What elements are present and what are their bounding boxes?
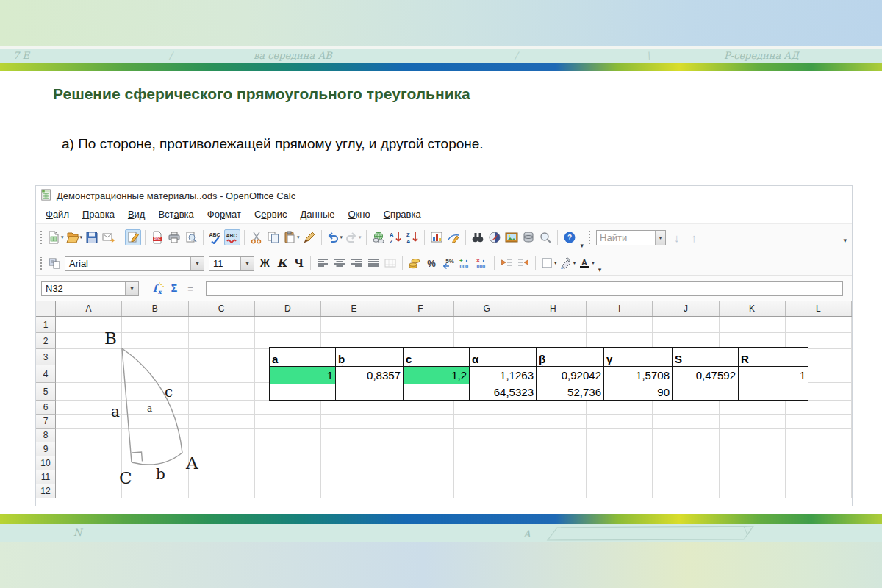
table-value-cell[interactable]: 1,2	[404, 367, 470, 384]
grid-cell-H9[interactable]	[520, 442, 587, 456]
grid-cell-K10[interactable]	[720, 456, 786, 470]
grid-cell-D11[interactable]	[255, 470, 321, 484]
menu-item-Справка[interactable]: Справка	[377, 207, 428, 221]
navigator-icon[interactable]	[487, 229, 503, 245]
grid-cell-E10[interactable]	[321, 456, 387, 470]
grid-cell-G12[interactable]	[454, 484, 520, 498]
decrease-indent-icon[interactable]	[498, 255, 514, 271]
table-value-cell[interactable]: 1	[270, 367, 336, 384]
function-wizard-icon[interactable]: fx	[150, 280, 166, 296]
table-value-cell[interactable]	[673, 384, 739, 401]
grid-cell-H10[interactable]	[520, 456, 587, 470]
row-header-12[interactable]: 12	[36, 484, 56, 498]
grid-cell-I10[interactable]	[587, 456, 653, 470]
grid-cell-E9[interactable]	[321, 442, 387, 456]
paintbrush-icon[interactable]	[301, 229, 318, 245]
table-header-c[interactable]: c	[404, 348, 470, 367]
grid-cell-D6[interactable]	[255, 401, 321, 415]
cut-icon[interactable]	[248, 229, 265, 245]
grid-cell-F7[interactable]	[387, 415, 453, 429]
find-previous-icon[interactable]: ↑	[686, 232, 703, 244]
table-header-β[interactable]: β	[537, 348, 604, 367]
grid-cell-I11[interactable]	[587, 470, 653, 484]
grid-cell-F12[interactable]	[387, 484, 453, 498]
grid-cell-K11[interactable]	[720, 470, 786, 484]
toolbar-grip[interactable]	[40, 256, 43, 270]
draw-functions-icon[interactable]	[445, 229, 462, 245]
grid-cell-K1[interactable]	[720, 317, 786, 333]
sort-ascending-icon[interactable]: AZ	[387, 229, 404, 245]
table-header-α[interactable]: α	[470, 348, 537, 367]
edit-file-icon[interactable]	[125, 229, 141, 245]
row-header-7[interactable]: 7	[36, 415, 56, 429]
column-header-I[interactable]: I	[587, 301, 653, 316]
grid-cell-J9[interactable]	[653, 442, 719, 456]
email-icon[interactable]	[101, 229, 117, 245]
page-preview-icon[interactable]	[183, 229, 199, 245]
table-value-cell[interactable]: 1,5708	[604, 367, 673, 384]
table-header-S[interactable]: S	[673, 348, 739, 367]
grid-cell-L10[interactable]	[786, 456, 852, 470]
grid-cell-G8[interactable]	[454, 429, 520, 442]
grid-cell-E6[interactable]	[321, 401, 387, 415]
grid-cell-K9[interactable]	[720, 442, 786, 456]
row-header-11[interactable]: 11	[36, 470, 56, 484]
grid-cell-H11[interactable]	[520, 470, 587, 484]
find-toolbar-overflow-button[interactable]: ▾	[840, 237, 850, 244]
bold-button[interactable]: Ж	[257, 255, 273, 271]
increase-indent-icon[interactable]	[515, 255, 531, 271]
grid-cell-D8[interactable]	[255, 429, 321, 442]
grid-cell-J12[interactable]	[653, 484, 719, 498]
toolbar-grip[interactable]	[40, 230, 43, 245]
column-header-D[interactable]: D	[255, 301, 321, 316]
undo-icon[interactable]: ▾	[326, 229, 344, 245]
export-pdf-icon[interactable]: PDF	[149, 229, 165, 245]
table-value-cell[interactable]	[336, 384, 404, 401]
table-header-b[interactable]: b	[336, 348, 404, 367]
zoom-icon[interactable]	[537, 229, 553, 245]
find-dropdown-icon[interactable]: ▾	[655, 231, 665, 245]
grid-cell-H12[interactable]	[520, 484, 587, 498]
copy-icon[interactable]	[265, 229, 282, 245]
grid-cell-E8[interactable]	[321, 429, 387, 442]
grid-cell-D9[interactable]	[255, 442, 321, 456]
underline-button[interactable]: Ч	[290, 255, 307, 271]
find-input[interactable]	[597, 232, 655, 243]
borders-icon[interactable]: ▾	[539, 255, 558, 271]
data-sources-icon[interactable]	[520, 229, 537, 245]
table-header-γ[interactable]: γ	[604, 348, 673, 367]
save-icon[interactable]	[84, 229, 100, 245]
grid-cell-G6[interactable]	[454, 401, 520, 415]
grid-cell-D1[interactable]	[255, 317, 321, 333]
grid-cell-L12[interactable]	[786, 484, 852, 498]
chart-icon[interactable]	[429, 229, 445, 245]
add-decimal-icon[interactable]: +000	[457, 255, 473, 271]
standard-format-icon[interactable]: 5%	[440, 255, 456, 271]
grid-cell-F8[interactable]	[387, 429, 453, 442]
menu-item-Вид[interactable]: Вид	[121, 207, 152, 221]
sort-descending-icon[interactable]: ZA	[404, 229, 420, 245]
table-value-cell[interactable]	[404, 384, 470, 401]
column-header-L[interactable]: L	[786, 301, 852, 316]
grid-cell-L6[interactable]	[786, 401, 852, 415]
column-header-J[interactable]: J	[653, 301, 719, 316]
align-right-icon[interactable]	[348, 255, 365, 271]
delete-decimal-icon[interactable]: ×000	[474, 255, 490, 271]
font-name-combo[interactable]: Arial ▾	[65, 256, 204, 271]
grid-cell-K6[interactable]	[720, 401, 786, 415]
align-center-icon[interactable]	[331, 255, 348, 271]
menu-item-Данные[interactable]: Данные	[293, 207, 341, 221]
grid-cell-H7[interactable]	[520, 415, 587, 429]
column-header-B[interactable]: B	[122, 301, 188, 316]
grid-cell-J10[interactable]	[653, 456, 719, 470]
table-value-cell[interactable]: 52,736	[537, 384, 604, 401]
row-header-3[interactable]: 3	[36, 349, 56, 365]
grid-cell-F9[interactable]	[387, 442, 453, 456]
new-document-icon[interactable]: ▾	[46, 229, 65, 245]
row-header-8[interactable]: 8	[36, 429, 56, 442]
grid-cell-E12[interactable]	[321, 484, 387, 498]
window-titlebar[interactable]: Демонстрационные материалы..ods - OpenOf…	[36, 186, 852, 205]
column-header-G[interactable]: G	[454, 301, 520, 316]
row-header-1[interactable]: 1	[36, 317, 56, 333]
toolbar-overflow-button[interactable]: ▾	[578, 242, 587, 249]
